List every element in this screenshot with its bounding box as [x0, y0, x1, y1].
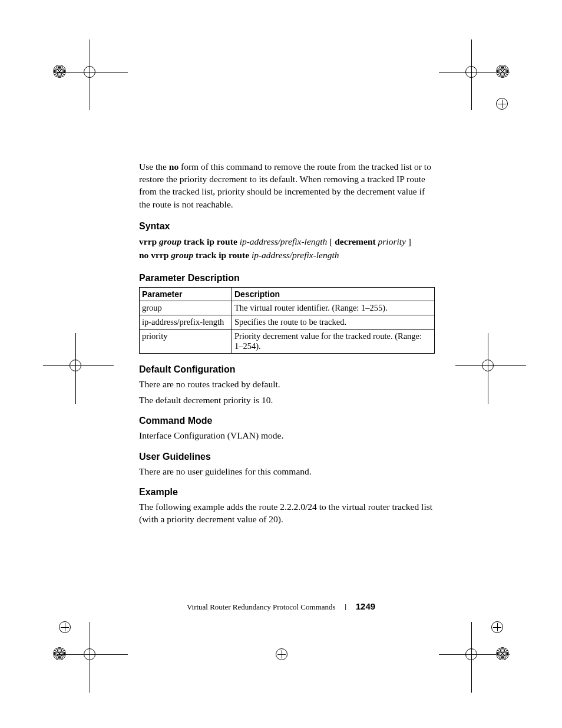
- col-parameter: Parameter: [140, 287, 232, 301]
- footer-title: Virtual Router Redundancy Protocol Comma…: [187, 602, 336, 611]
- syntax-line-1: vrrp group track ip route ip-address/pre…: [139, 235, 436, 248]
- crop-mark-icon: [84, 66, 95, 78]
- example-section: Example The following example adds the r…: [139, 487, 436, 526]
- crop-mark-icon: [84, 648, 95, 660]
- user-guidelines-section: User Guidelines There are no user guidel…: [139, 452, 436, 477]
- col-description: Description: [232, 287, 435, 301]
- syntax-section: Syntax vrrp group track ip route ip-addr…: [139, 221, 436, 262]
- registration-mark-icon: [496, 65, 509, 78]
- intro-no: no: [169, 162, 178, 172]
- syntax-line-2: no vrrp group track ip route ip-address/…: [139, 248, 436, 262]
- crop-mark-icon: [59, 621, 71, 633]
- table-header-row: Parameter Description: [140, 287, 435, 301]
- example-p1: The following example adds the route 2.2…: [139, 500, 436, 526]
- crop-mark-icon: [491, 621, 503, 633]
- crop-mark-icon: [465, 66, 477, 78]
- crop-mark-icon: [482, 360, 494, 371]
- parameter-table: Parameter Description group The virtual …: [139, 287, 435, 354]
- default-p2: The default decrement priority is 10.: [139, 394, 436, 406]
- parameter-section: Parameter Description Parameter Descript…: [139, 273, 436, 354]
- footer-separator: |: [345, 603, 346, 610]
- table-row: priority Priority decrement value for th…: [140, 329, 435, 353]
- default-config-heading: Default Configuration: [139, 364, 436, 375]
- crop-mark-icon: [70, 360, 81, 371]
- intro-pre: Use the: [139, 162, 169, 172]
- intro-paragraph: Use the no form of this command to remov…: [139, 160, 436, 211]
- default-p1: There are no routes tracked by default.: [139, 378, 436, 390]
- page-content: Use the no form of this command to remov…: [139, 151, 436, 535]
- parameter-heading: Parameter Description: [139, 273, 436, 284]
- table-row: group The virtual router identifier. (Ra…: [140, 301, 435, 315]
- registration-mark-icon: [496, 647, 509, 660]
- registration-mark-icon: [53, 65, 66, 78]
- footer-page-number: 1249: [356, 601, 375, 611]
- command-mode-p1: Interface Configuration (VLAN) mode.: [139, 429, 436, 442]
- crop-mark-icon: [465, 648, 477, 660]
- syntax-heading: Syntax: [139, 221, 436, 232]
- table-row: ip-address/prefix-length Specifies the r…: [140, 315, 435, 329]
- user-guidelines-heading: User Guidelines: [139, 452, 436, 462]
- default-config-section: Default Configuration There are no route…: [139, 364, 436, 407]
- page-footer: Virtual Router Redundancy Protocol Comma…: [0, 601, 562, 612]
- crop-mark-icon: [496, 98, 508, 110]
- example-heading: Example: [139, 487, 436, 498]
- registration-mark-icon: [53, 647, 66, 660]
- command-mode-section: Command Mode Interface Configuration (VL…: [139, 416, 436, 442]
- user-guidelines-p1: There are no user guidelines for this co…: [139, 465, 436, 477]
- crop-mark-icon: [276, 648, 287, 660]
- command-mode-heading: Command Mode: [139, 416, 436, 426]
- intro-post: form of this command to remove the route…: [139, 162, 431, 209]
